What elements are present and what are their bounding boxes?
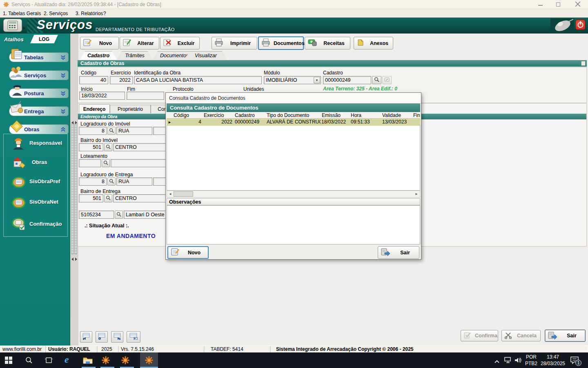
file-explorer-icon[interactable] xyxy=(83,356,93,366)
row-marker-icon: ► xyxy=(167,119,172,125)
fiorilli-app-icon[interactable] xyxy=(121,356,130,366)
documentos-button[interactable]: Documentos xyxy=(258,36,304,50)
imprimir-button[interactable]: Imprimir xyxy=(212,37,257,49)
excluir-button[interactable]: Excluir xyxy=(160,37,200,49)
search-icon xyxy=(116,211,121,218)
record-next-button[interactable] xyxy=(111,331,123,343)
col-codigo[interactable]: Código xyxy=(172,112,203,118)
splitter-arrows-icon[interactable] xyxy=(71,255,77,263)
minimize-button[interactable] xyxy=(538,5,543,6)
exercicio-field[interactable]: 2022 xyxy=(110,76,133,84)
fim-field[interactable] xyxy=(127,92,164,100)
menu-help[interactable]: ? xyxy=(103,11,106,16)
col-validade[interactable]: Validade xyxy=(381,112,412,118)
bairro-entrega-nome-field[interactable]: CENTRO xyxy=(113,194,166,202)
form-title-end-button[interactable] xyxy=(581,61,586,66)
cadastro-goto-button[interactable] xyxy=(382,76,392,84)
table-row[interactable]: ► 4 2022 000000249 ALVARÁ DE CONSTRUÇ 18… xyxy=(167,119,420,126)
record-first-button[interactable] xyxy=(80,331,92,343)
speaker-icon[interactable] xyxy=(514,357,522,365)
col-exercicio[interactable]: Exercício xyxy=(203,112,234,118)
anexos-button[interactable]: Anexos xyxy=(354,37,393,49)
bairro-entrega-search-button[interactable] xyxy=(104,194,112,202)
logradouro-imovel-nome-field[interactable] xyxy=(153,127,166,135)
cancela-button[interactable]: Cancela xyxy=(501,330,541,341)
subtab-endereco[interactable]: Endereço xyxy=(79,104,110,113)
task-view-icon[interactable] xyxy=(45,357,53,366)
confirma-button[interactable]: Confirma xyxy=(461,330,498,341)
sidebar-log-tab[interactable]: LOG xyxy=(30,35,58,43)
scrollbar-thumb[interactable] xyxy=(174,191,193,197)
logradouro-entrega-nome-field[interactable] xyxy=(153,177,166,186)
logradouro-imovel-search-button[interactable] xyxy=(107,127,116,135)
novo-button[interactable]: Novo xyxy=(80,37,119,49)
internet-explorer-icon[interactable]: e xyxy=(65,354,69,365)
splitter-handle[interactable] xyxy=(74,123,77,254)
menu-tabelas-gerais[interactable]: 1. Tabelas Gerais xyxy=(3,11,41,16)
horizontal-scrollbar[interactable]: ◄ ► xyxy=(167,191,420,197)
cidade-codigo-field[interactable]: 5105234 xyxy=(79,211,114,219)
codigo-field[interactable]: 40 xyxy=(79,76,108,84)
tab-cadastro[interactable]: Cadastro xyxy=(80,51,117,60)
logradouro-entrega-tipo-field[interactable]: RUA xyxy=(116,177,152,186)
modulo-select[interactable]: IMOBILIÁRIO ▼ xyxy=(264,76,321,84)
logradouro-entrega-search-button[interactable] xyxy=(107,177,116,186)
subtab-proprietario[interactable]: Proprietário xyxy=(110,105,151,113)
sidebar-item-sisobranet[interactable]: SisObraNet xyxy=(8,195,69,213)
col-tipo-documento[interactable]: Tipo do Documento xyxy=(265,112,321,118)
sidebar-item-responsavel[interactable]: Responsável xyxy=(8,135,69,153)
language-indicator[interactable]: POR PTB2 xyxy=(524,354,538,367)
close-icon[interactable] xyxy=(575,1,581,9)
fiorilli-app-icon[interactable] xyxy=(145,356,154,366)
footer-sair-button[interactable]: Sair xyxy=(545,330,586,342)
modal-sair-button[interactable]: Sair xyxy=(378,246,419,259)
start-button[interactable] xyxy=(5,357,12,366)
splitter-handle[interactable] xyxy=(71,123,74,254)
identificacao-field[interactable]: CASA DA LUCIANA BATISTA xyxy=(134,76,262,84)
tab-tramites[interactable]: Trâmites xyxy=(117,51,153,60)
record-prev-button[interactable] xyxy=(96,331,108,343)
cadastro-search-button[interactable] xyxy=(372,76,381,84)
bairro-imovel-search-button[interactable] xyxy=(104,143,112,151)
splitter-arrows-icon[interactable] xyxy=(71,119,77,126)
col-cadastro[interactable]: Cadastro xyxy=(234,112,265,118)
clock[interactable]: 13:47 28/03/2025 xyxy=(538,354,568,367)
cadastro-field[interactable]: 000000249 xyxy=(323,76,371,84)
sidebar-item-obras[interactable]: Obras xyxy=(8,155,69,172)
tray-chevron-icon[interactable] xyxy=(494,358,500,365)
observacoes-textarea[interactable] xyxy=(167,205,420,245)
bairro-imovel-nome-field[interactable]: CENTRO xyxy=(113,143,166,151)
network-icon[interactable] xyxy=(504,357,512,365)
modal-novo-button[interactable]: Novo xyxy=(167,246,209,259)
cidade-nome-field[interactable]: Lambari D Oeste xyxy=(124,211,166,219)
logradouro-imovel-tipo-field[interactable]: RUA xyxy=(116,127,152,135)
modal-titlebar[interactable]: Consulta Cadastro de Documentos xyxy=(166,93,421,103)
modulo-dropdown-button[interactable]: ▼ xyxy=(314,77,320,83)
menu-relatorios[interactable]: 3. Relatórios xyxy=(76,11,103,16)
fiorilli-app-icon[interactable] xyxy=(101,356,110,366)
taskbar-search-icon[interactable] xyxy=(25,357,33,366)
restore-button[interactable] xyxy=(556,2,560,7)
menu-servicos[interactable]: 2. Serviços xyxy=(44,11,68,16)
loteamento-search-button[interactable] xyxy=(102,159,110,167)
power-button-icon[interactable] xyxy=(575,20,586,30)
col-emissao[interactable]: Emissão xyxy=(321,112,350,118)
record-last-button[interactable] xyxy=(127,331,140,343)
col-fin[interactable]: Fin xyxy=(412,112,422,118)
receitas-button[interactable]: Receitas xyxy=(305,37,350,49)
alterar-button[interactable]: Alterar xyxy=(120,37,159,49)
scroll-right-icon[interactable]: ► xyxy=(413,192,420,196)
bairro-entrega-num-field[interactable]: 501 xyxy=(79,194,103,202)
scroll-left-icon[interactable]: ◄ xyxy=(167,192,174,196)
loteamento-nome-field[interactable] xyxy=(111,159,166,167)
inicio-field[interactable]: 18/03/2022 xyxy=(79,92,125,100)
logradouro-entrega-num-field[interactable]: 8 xyxy=(79,177,107,186)
sidebar-item-sisobrapref[interactable]: SisObraPref xyxy=(8,175,69,192)
logradouro-imovel-num-field[interactable]: 8 xyxy=(79,127,107,135)
tab-visualizar[interactable]: Visualizar xyxy=(185,51,227,60)
col-hora[interactable]: Hora xyxy=(350,112,381,118)
bairro-imovel-num-field[interactable]: 501 xyxy=(79,143,103,151)
loteamento-num-field[interactable] xyxy=(79,159,101,167)
cidade-search-button[interactable] xyxy=(115,211,123,219)
sidebar-item-confirmacao[interactable]: Confirmação xyxy=(8,216,69,234)
